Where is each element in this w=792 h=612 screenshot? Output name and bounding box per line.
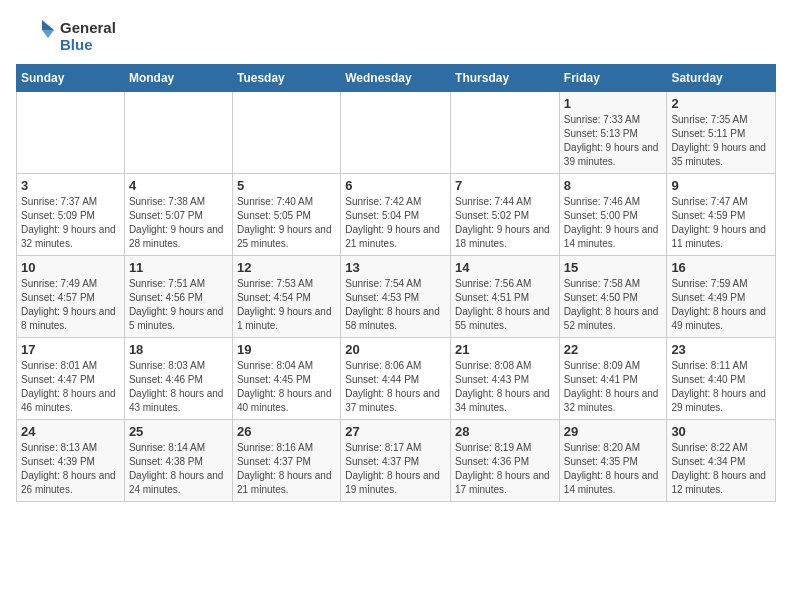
calendar-cell: 17Sunrise: 8:01 AM Sunset: 4:47 PM Dayli… bbox=[17, 338, 125, 420]
day-number: 10 bbox=[21, 260, 120, 275]
day-number: 13 bbox=[345, 260, 446, 275]
day-info: Sunrise: 7:44 AM Sunset: 5:02 PM Dayligh… bbox=[455, 195, 555, 251]
day-number: 17 bbox=[21, 342, 120, 357]
header-friday: Friday bbox=[559, 65, 667, 92]
header-tuesday: Tuesday bbox=[232, 65, 340, 92]
day-info: Sunrise: 7:49 AM Sunset: 4:57 PM Dayligh… bbox=[21, 277, 120, 333]
calendar-cell: 5Sunrise: 7:40 AM Sunset: 5:05 PM Daylig… bbox=[232, 174, 340, 256]
svg-marker-1 bbox=[42, 30, 54, 38]
day-info: Sunrise: 7:47 AM Sunset: 4:59 PM Dayligh… bbox=[671, 195, 771, 251]
header-monday: Monday bbox=[124, 65, 232, 92]
calendar-cell: 24Sunrise: 8:13 AM Sunset: 4:39 PM Dayli… bbox=[17, 420, 125, 502]
day-info: Sunrise: 8:08 AM Sunset: 4:43 PM Dayligh… bbox=[455, 359, 555, 415]
day-number: 20 bbox=[345, 342, 446, 357]
day-number: 24 bbox=[21, 424, 120, 439]
day-info: Sunrise: 8:06 AM Sunset: 4:44 PM Dayligh… bbox=[345, 359, 446, 415]
calendar-cell: 28Sunrise: 8:19 AM Sunset: 4:36 PM Dayli… bbox=[451, 420, 560, 502]
day-number: 23 bbox=[671, 342, 771, 357]
day-info: Sunrise: 7:46 AM Sunset: 5:00 PM Dayligh… bbox=[564, 195, 663, 251]
day-info: Sunrise: 8:19 AM Sunset: 4:36 PM Dayligh… bbox=[455, 441, 555, 497]
calendar-cell: 14Sunrise: 7:56 AM Sunset: 4:51 PM Dayli… bbox=[451, 256, 560, 338]
calendar-cell: 10Sunrise: 7:49 AM Sunset: 4:57 PM Dayli… bbox=[17, 256, 125, 338]
day-number: 11 bbox=[129, 260, 228, 275]
calendar-week-row: 17Sunrise: 8:01 AM Sunset: 4:47 PM Dayli… bbox=[17, 338, 776, 420]
day-info: Sunrise: 7:33 AM Sunset: 5:13 PM Dayligh… bbox=[564, 113, 663, 169]
day-info: Sunrise: 8:11 AM Sunset: 4:40 PM Dayligh… bbox=[671, 359, 771, 415]
calendar-cell: 25Sunrise: 8:14 AM Sunset: 4:38 PM Dayli… bbox=[124, 420, 232, 502]
calendar-cell bbox=[124, 92, 232, 174]
day-info: Sunrise: 7:59 AM Sunset: 4:49 PM Dayligh… bbox=[671, 277, 771, 333]
calendar-cell bbox=[451, 92, 560, 174]
day-info: Sunrise: 8:03 AM Sunset: 4:46 PM Dayligh… bbox=[129, 359, 228, 415]
day-number: 30 bbox=[671, 424, 771, 439]
calendar-cell: 8Sunrise: 7:46 AM Sunset: 5:00 PM Daylig… bbox=[559, 174, 667, 256]
calendar-cell: 13Sunrise: 7:54 AM Sunset: 4:53 PM Dayli… bbox=[341, 256, 451, 338]
day-number: 22 bbox=[564, 342, 663, 357]
calendar-cell: 27Sunrise: 8:17 AM Sunset: 4:37 PM Dayli… bbox=[341, 420, 451, 502]
day-info: Sunrise: 8:01 AM Sunset: 4:47 PM Dayligh… bbox=[21, 359, 120, 415]
logo-graphic bbox=[16, 16, 56, 56]
day-number: 2 bbox=[671, 96, 771, 111]
logo: General Blue bbox=[16, 16, 116, 56]
day-number: 9 bbox=[671, 178, 771, 193]
calendar-cell: 20Sunrise: 8:06 AM Sunset: 4:44 PM Dayli… bbox=[341, 338, 451, 420]
day-info: Sunrise: 7:58 AM Sunset: 4:50 PM Dayligh… bbox=[564, 277, 663, 333]
calendar-cell: 23Sunrise: 8:11 AM Sunset: 4:40 PM Dayli… bbox=[667, 338, 776, 420]
day-number: 25 bbox=[129, 424, 228, 439]
day-info: Sunrise: 8:17 AM Sunset: 4:37 PM Dayligh… bbox=[345, 441, 446, 497]
day-info: Sunrise: 7:42 AM Sunset: 5:04 PM Dayligh… bbox=[345, 195, 446, 251]
day-info: Sunrise: 8:13 AM Sunset: 4:39 PM Dayligh… bbox=[21, 441, 120, 497]
day-info: Sunrise: 7:56 AM Sunset: 4:51 PM Dayligh… bbox=[455, 277, 555, 333]
header-sunday: Sunday bbox=[17, 65, 125, 92]
day-info: Sunrise: 7:53 AM Sunset: 4:54 PM Dayligh… bbox=[237, 277, 336, 333]
day-number: 27 bbox=[345, 424, 446, 439]
day-number: 28 bbox=[455, 424, 555, 439]
calendar-cell bbox=[17, 92, 125, 174]
day-number: 19 bbox=[237, 342, 336, 357]
calendar-week-row: 3Sunrise: 7:37 AM Sunset: 5:09 PM Daylig… bbox=[17, 174, 776, 256]
day-number: 5 bbox=[237, 178, 336, 193]
calendar-cell: 19Sunrise: 8:04 AM Sunset: 4:45 PM Dayli… bbox=[232, 338, 340, 420]
calendar-cell: 15Sunrise: 7:58 AM Sunset: 4:50 PM Dayli… bbox=[559, 256, 667, 338]
calendar-cell: 7Sunrise: 7:44 AM Sunset: 5:02 PM Daylig… bbox=[451, 174, 560, 256]
calendar-cell: 22Sunrise: 8:09 AM Sunset: 4:41 PM Dayli… bbox=[559, 338, 667, 420]
day-number: 4 bbox=[129, 178, 228, 193]
calendar-cell: 30Sunrise: 8:22 AM Sunset: 4:34 PM Dayli… bbox=[667, 420, 776, 502]
calendar-cell: 29Sunrise: 8:20 AM Sunset: 4:35 PM Dayli… bbox=[559, 420, 667, 502]
day-info: Sunrise: 8:14 AM Sunset: 4:38 PM Dayligh… bbox=[129, 441, 228, 497]
day-info: Sunrise: 7:54 AM Sunset: 4:53 PM Dayligh… bbox=[345, 277, 446, 333]
day-info: Sunrise: 7:35 AM Sunset: 5:11 PM Dayligh… bbox=[671, 113, 771, 169]
calendar-cell: 2Sunrise: 7:35 AM Sunset: 5:11 PM Daylig… bbox=[667, 92, 776, 174]
header-saturday: Saturday bbox=[667, 65, 776, 92]
logo-wordmark: General Blue bbox=[16, 16, 116, 56]
calendar-cell: 6Sunrise: 7:42 AM Sunset: 5:04 PM Daylig… bbox=[341, 174, 451, 256]
day-number: 21 bbox=[455, 342, 555, 357]
calendar-cell: 16Sunrise: 7:59 AM Sunset: 4:49 PM Dayli… bbox=[667, 256, 776, 338]
day-info: Sunrise: 7:40 AM Sunset: 5:05 PM Dayligh… bbox=[237, 195, 336, 251]
day-number: 14 bbox=[455, 260, 555, 275]
day-number: 6 bbox=[345, 178, 446, 193]
calendar-cell: 21Sunrise: 8:08 AM Sunset: 4:43 PM Dayli… bbox=[451, 338, 560, 420]
calendar-cell: 18Sunrise: 8:03 AM Sunset: 4:46 PM Dayli… bbox=[124, 338, 232, 420]
day-number: 8 bbox=[564, 178, 663, 193]
calendar-week-row: 10Sunrise: 7:49 AM Sunset: 4:57 PM Dayli… bbox=[17, 256, 776, 338]
day-number: 7 bbox=[455, 178, 555, 193]
day-info: Sunrise: 7:38 AM Sunset: 5:07 PM Dayligh… bbox=[129, 195, 228, 251]
day-number: 29 bbox=[564, 424, 663, 439]
day-number: 26 bbox=[237, 424, 336, 439]
day-info: Sunrise: 7:37 AM Sunset: 5:09 PM Dayligh… bbox=[21, 195, 120, 251]
header-thursday: Thursday bbox=[451, 65, 560, 92]
page-header: General Blue bbox=[16, 16, 776, 56]
calendar-cell: 1Sunrise: 7:33 AM Sunset: 5:13 PM Daylig… bbox=[559, 92, 667, 174]
calendar-cell: 26Sunrise: 8:16 AM Sunset: 4:37 PM Dayli… bbox=[232, 420, 340, 502]
calendar-week-row: 1Sunrise: 7:33 AM Sunset: 5:13 PM Daylig… bbox=[17, 92, 776, 174]
day-info: Sunrise: 8:16 AM Sunset: 4:37 PM Dayligh… bbox=[237, 441, 336, 497]
calendar-cell: 9Sunrise: 7:47 AM Sunset: 4:59 PM Daylig… bbox=[667, 174, 776, 256]
svg-marker-0 bbox=[42, 20, 54, 30]
calendar-cell bbox=[341, 92, 451, 174]
logo-text: General Blue bbox=[60, 19, 116, 54]
calendar-week-row: 24Sunrise: 8:13 AM Sunset: 4:39 PM Dayli… bbox=[17, 420, 776, 502]
calendar-header-row: SundayMondayTuesdayWednesdayThursdayFrid… bbox=[17, 65, 776, 92]
day-info: Sunrise: 8:20 AM Sunset: 4:35 PM Dayligh… bbox=[564, 441, 663, 497]
day-number: 1 bbox=[564, 96, 663, 111]
